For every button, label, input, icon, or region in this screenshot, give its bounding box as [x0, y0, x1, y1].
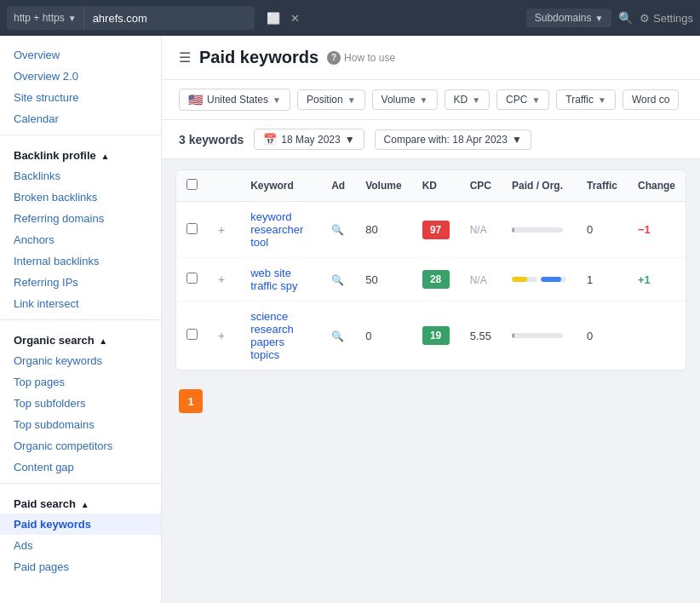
table-row: + web site traffic spy 🔍 50 28 N/A — [176, 258, 686, 302]
sidebar-item-organic-keywords[interactable]: Organic keywords — [0, 350, 161, 371]
paid-org-bar-blue — [541, 277, 566, 282]
paid-org-bar-1 — [512, 227, 563, 233]
pagination: 1 — [162, 381, 700, 422]
paid-org-bar-2 — [512, 277, 566, 282]
td-traffic-2: 1 — [577, 258, 628, 302]
traffic-arrow-icon: ▼ — [598, 95, 606, 105]
word-label: Word co — [632, 94, 669, 106]
ad-icon-2: 🔍 — [331, 274, 344, 286]
main-content-wrapper: ☰ Paid keywords ? How to use 🇺🇸 United S… — [162, 36, 700, 603]
td-kd-2: 28 — [412, 258, 460, 302]
sidebar-item-referring-domains[interactable]: Referring domains — [0, 208, 161, 229]
sidebar-item-overview2[interactable]: Overview 2.0 — [0, 66, 161, 87]
sidebar-item-top-pages[interactable]: Top pages — [0, 371, 161, 393]
section-paid-search[interactable]: Paid search ▲ — [0, 489, 161, 514]
subdomains-button[interactable]: Subdomains ▼ — [526, 9, 612, 27]
td-add-1: + — [208, 202, 240, 258]
th-traffic[interactable]: Traffic — [577, 170, 628, 202]
country-arrow-icon: ▼ — [273, 95, 281, 105]
sidebar-item-content-gap[interactable]: Content gap — [0, 457, 161, 478]
add-icon-3[interactable]: + — [218, 329, 225, 342]
change-value-2: +1 — [638, 273, 651, 286]
sidebar-item-calendar[interactable]: Calendar — [0, 108, 161, 129]
sidebar-item-broken-backlinks[interactable]: Broken backlinks — [0, 187, 161, 208]
volume-label: Volume — [382, 94, 416, 106]
sidebar-item-top-subdomains[interactable]: Top subdomains — [0, 414, 161, 435]
sidebar-item-site-structure[interactable]: Site structure — [0, 87, 161, 108]
sidebar-item-paid-pages[interactable]: Paid pages — [0, 556, 161, 577]
td-volume-1: 80 — [355, 202, 411, 258]
help-icon: ? — [327, 51, 341, 65]
kd-arrow-icon: ▼ — [472, 95, 480, 105]
header-row: Keyword Ad Volume KD CPC Paid / Org. Tra… — [176, 170, 686, 202]
position-filter[interactable]: Position ▼ — [297, 89, 365, 110]
keyword-link-1[interactable]: keyword researcher tool — [250, 210, 303, 249]
section-backlink-profile[interactable]: Backlink profile ▲ — [0, 141, 161, 165]
subdomains-arrow-icon: ▼ — [594, 14, 603, 23]
sidebar-item-ads[interactable]: Ads — [0, 535, 161, 556]
paid-org-bar-yellow — [512, 277, 537, 282]
td-cpc-1: N/A — [460, 202, 502, 258]
add-icon-1[interactable]: + — [218, 223, 225, 237]
volume-value-1: 80 — [365, 223, 377, 236]
cpc-filter[interactable]: CPC ▼ — [496, 89, 549, 110]
page-1-button[interactable]: 1 — [179, 389, 203, 413]
sidebar-item-link-intersect[interactable]: Link intersect — [0, 293, 161, 314]
section-backlink-label: Backlink profile — [14, 149, 96, 162]
url-input[interactable] — [84, 12, 255, 25]
td-add-2: + — [208, 258, 240, 302]
keyword-link-2[interactable]: web site traffic spy — [250, 267, 297, 292]
sidebar-item-anchors[interactable]: Anchors — [0, 229, 161, 250]
search-icon[interactable]: 🔍 — [618, 11, 633, 25]
volume-filter[interactable]: Volume ▼ — [372, 89, 438, 110]
th-change[interactable]: Change — [628, 170, 686, 202]
sidebar: Overview Overview 2.0 Site structure Cal… — [0, 36, 162, 603]
external-link-icon[interactable]: ⬜ — [263, 9, 284, 28]
protocol-selector[interactable]: http + https ▼ — [7, 6, 84, 30]
sidebar-item-backlinks[interactable]: Backlinks — [0, 165, 161, 187]
help-link[interactable]: ? How to use — [327, 51, 395, 65]
add-icon-2[interactable]: + — [218, 273, 225, 286]
row1-checkbox[interactable] — [186, 223, 198, 234]
kd-badge-1: 97 — [422, 221, 450, 239]
sidebar-item-overview[interactable]: Overview — [0, 44, 161, 66]
sidebar-item-internal-backlinks[interactable]: Internal backlinks — [0, 250, 161, 272]
th-paid-org[interactable]: Paid / Org. — [502, 170, 577, 202]
th-kd[interactable]: KD — [412, 170, 460, 202]
th-cpc[interactable]: CPC — [460, 170, 502, 202]
sidebar-item-top-subfolders[interactable]: Top subfolders — [0, 393, 161, 414]
th-volume[interactable]: Volume — [355, 170, 411, 202]
sidebar-item-paid-keywords[interactable]: Paid keywords — [0, 514, 161, 535]
row2-checkbox[interactable] — [186, 273, 198, 284]
keyword-link-3[interactable]: science research papers topics — [250, 310, 294, 361]
page-title: Paid keywords — [199, 48, 318, 67]
date-button[interactable]: 📅 18 May 2023 ▼ — [254, 129, 364, 150]
url-group: http + https ▼ — [7, 6, 255, 30]
layout: Overview Overview 2.0 Site structure Cal… — [0, 36, 700, 603]
close-icon[interactable]: ✕ — [287, 9, 303, 28]
cpc-arrow-icon: ▼ — [531, 95, 540, 105]
compare-arrow-icon: ▼ — [512, 134, 522, 146]
row3-checkbox[interactable] — [186, 329, 198, 340]
sidebar-item-organic-competitors[interactable]: Organic competitors — [0, 435, 161, 457]
settings-icon[interactable]: ⚙ Settings — [640, 12, 693, 25]
word-filter[interactable]: Word co — [623, 89, 679, 110]
th-keyword[interactable]: Keyword — [240, 170, 321, 202]
country-flag-icon: 🇺🇸 — [188, 93, 203, 106]
cpc-value-1: N/A — [470, 224, 487, 236]
protocol-label: http + https — [14, 12, 65, 24]
td-ad-3: 🔍 — [321, 302, 355, 370]
kd-badge-2: 28 — [422, 270, 450, 289]
traffic-filter[interactable]: Traffic ▼ — [556, 89, 616, 110]
td-checkbox-3 — [176, 302, 208, 370]
traffic-value-3: 0 — [587, 330, 593, 342]
compare-button[interactable]: Compare with: 18 Apr 2023 ▼ — [375, 129, 531, 150]
sidebar-item-referring-ips[interactable]: Referring IPs — [0, 272, 161, 293]
section-organic-search[interactable]: Organic search ▲ — [0, 325, 161, 350]
kd-filter[interactable]: KD ▼ — [445, 89, 491, 110]
th-add — [208, 170, 240, 202]
topbar-right: Subdomains ▼ 🔍 ⚙ Settings — [526, 9, 693, 27]
country-filter[interactable]: 🇺🇸 United States ▼ — [179, 89, 290, 111]
select-all-checkbox[interactable] — [186, 179, 198, 190]
td-keyword-3: science research papers topics — [240, 302, 321, 370]
